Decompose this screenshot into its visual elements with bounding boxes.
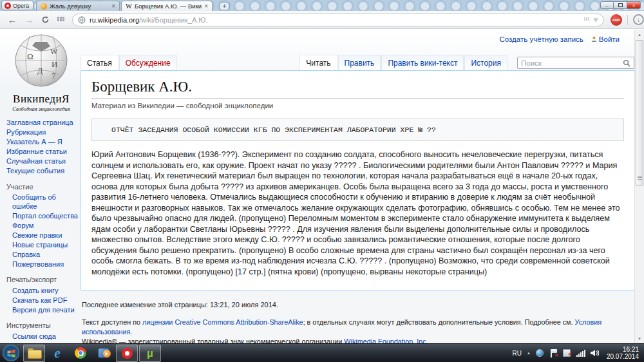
opera-menu-label: Opera [13,3,29,9]
tab-edit[interactable]: Править [338,55,381,70]
section-title: Печать/экспорт [6,276,81,285]
sidebar-item-create-book[interactable]: Создать книгу [12,287,81,296]
tray-app-icon[interactable] [536,349,544,357]
taskbar-explorer-button[interactable] [23,345,45,362]
tab1-close-icon[interactable]: × [111,3,115,10]
tab2-close-icon[interactable]: × [204,3,208,10]
reload-button[interactable] [41,15,50,24]
bookmark-grid-icon[interactable] [584,17,589,22]
sidebar-section-print-export: Печать/экспорт Создать книгу Скачать как… [6,276,81,314]
wikipedia-page: Создать учётную запись Войти [0,30,644,343]
volume-icon[interactable] [591,349,599,357]
tray-date: 20.07.2014 [607,353,639,360]
screen: Opera Жаль девушку × W Борщевик А.Ю. — В… [0,0,644,362]
opera-menu-button[interactable]: Opera [1,1,33,10]
tab2-favicon-icon: W [126,3,132,10]
tab1-favicon-icon [41,3,47,10]
minimize-button[interactable]: – [600,1,614,9]
puzzle-globe-icon: Ω W И Д 7 [12,32,71,91]
cc-license-link[interactable]: лицензии Creative Commons Attribution-Sh… [142,318,303,326]
sidebar-section-tools: Инструменты Ссылки сюда Связанные правки… [6,321,81,343]
tab-edit-source[interactable]: Править вики-текст [381,55,464,70]
explorer-icon [28,348,41,357]
svg-text:Д: Д [37,66,43,75]
sidebar-item-rubrication[interactable]: Рубрикация [6,128,81,137]
sidebar-item-forum[interactable]: Форум [12,222,81,231]
network-signal-icon[interactable] [576,350,585,357]
tab-talk[interactable]: Обсуждение [119,55,177,70]
internet-explorer-icon: e [55,347,61,359]
content-area: Статья Обсуждение Читать Править Править… [80,54,634,343]
scroll-down-button[interactable]: ▼ [635,334,644,343]
sidebar-item-new-pages[interactable]: Новые страницы [12,241,81,250]
tray-clock[interactable]: 16:21 20.07.2014 [604,346,639,361]
tab-history[interactable]: История [464,55,507,70]
adblock-badge[interactable]: ABP [611,14,622,26]
forward-button[interactable]: → [24,15,33,24]
section-title: Участие [6,183,81,192]
new-tab-button[interactable]: + [219,2,230,10]
search-icon[interactable] [623,59,630,67]
svg-text:Ω: Ω [27,52,33,61]
page-tabs: Статья Обсуждение Читать Править Править… [80,54,634,70]
maximize-button[interactable] [614,1,627,9]
taskbar-chrome-button[interactable] [70,345,91,362]
sidebar-item-download-pdf[interactable]: Скачать как PDF [12,296,81,305]
taskbar-wmp-button[interactable]: ▶ [93,345,115,362]
action-center-icon[interactable]: × [549,349,558,357]
play-icon: ▶ [103,350,111,357]
back-button[interactable]: ← [8,15,17,24]
tab-read[interactable]: Читать [299,55,337,70]
taskbar-utorrent-button[interactable]: µ [139,345,161,362]
svg-text:И: И [52,59,57,69]
sidebar-item-printable[interactable]: Версия для печати [12,306,81,315]
sidebar-item-featured[interactable]: Избранные статьи [6,148,81,157]
language-indicator[interactable]: RU [513,350,522,357]
globe-icon [78,16,86,24]
sidebar-item-current-events[interactable]: Текущие события [6,167,81,176]
sidebar-item-main-page[interactable]: Заглавная страница [6,119,81,128]
sidebar-item-what-links-here[interactable]: Ссылки сюда [12,332,81,341]
sidebar-item-random[interactable]: Случайная статья [6,157,81,166]
tray-time: 16:21 [623,346,639,353]
scrollbar-thumb[interactable] [636,40,643,186]
search-input[interactable] [521,59,623,67]
browser-toolbar: ← → ru.wikipedia.org/wiki/Борщевик_А.Ю. … [0,11,644,29]
wikimedia-foundation-link[interactable]: Wikimedia Foundation, Inc [344,338,426,343]
hidden-icons-button[interactable]: ▲ [527,351,531,355]
browser-tab-1[interactable]: Жаль девушку × [36,1,120,11]
media-player-icon: ▶ [98,348,109,358]
sidebar-item-donate[interactable]: Пожертвования [12,260,81,269]
tray-alert-icon[interactable]: × [563,349,571,357]
section-title: Инструменты [6,321,81,330]
speed-dial-icon[interactable] [57,17,64,23]
close-window-button[interactable]: × [627,1,641,9]
start-button[interactable] [3,345,19,361]
sidebar-item-index[interactable]: Указатель А — Я [6,138,81,147]
taskbar-ie-button[interactable]: e [46,345,68,362]
sidebar-section-participation: Участие Сообщить об ошибке Портал сообще… [6,183,81,269]
downloads-button[interactable]: ↓ [633,14,644,25]
sidebar-item-community-portal[interactable]: Портал сообщества [12,212,81,221]
sidebar-item-help[interactable]: Справка [12,251,81,260]
article-text: Юрий Антонович Борщевик (1936-???). Эксп… [91,149,624,277]
reload-icon [41,15,50,24]
search-box[interactable] [517,57,634,69]
tab-article[interactable]: Статья [80,55,118,70]
maximize-icon [618,3,623,7]
blue-clock-icon [536,349,544,357]
favorite-heart-icon[interactable]: ♥ [593,15,598,24]
address-bar[interactable]: ru.wikipedia.org/wiki/Борщевик_А.Ю. ♥ [72,14,604,26]
create-account-link[interactable]: Создать учётную запись [500,35,583,43]
wikipedia-logo[interactable]: Ω W И Д 7 ВикипедиЯ Свободная энциклопед… [0,32,82,112]
scroll-up-button[interactable]: ▲ [635,30,644,39]
tab2-title: Борщевик А.Ю. — Викип [135,3,202,10]
sidebar-item-recent-changes[interactable]: Свежие правки [12,231,81,240]
browser-tab-2-active[interactable]: W Борщевик А.Ю. — Викип × [121,1,213,11]
sidebar-item-report-error[interactable]: Сообщить об ошибке [12,193,81,211]
wiki-wordmark: ВикипедиЯ [0,93,82,106]
taskbar-opera-button[interactable] [116,345,138,362]
scrollbar-grip [638,176,642,180]
login-link[interactable]: Войти [591,35,620,43]
page-scrollbar[interactable]: ▲ ▼ [634,30,644,343]
